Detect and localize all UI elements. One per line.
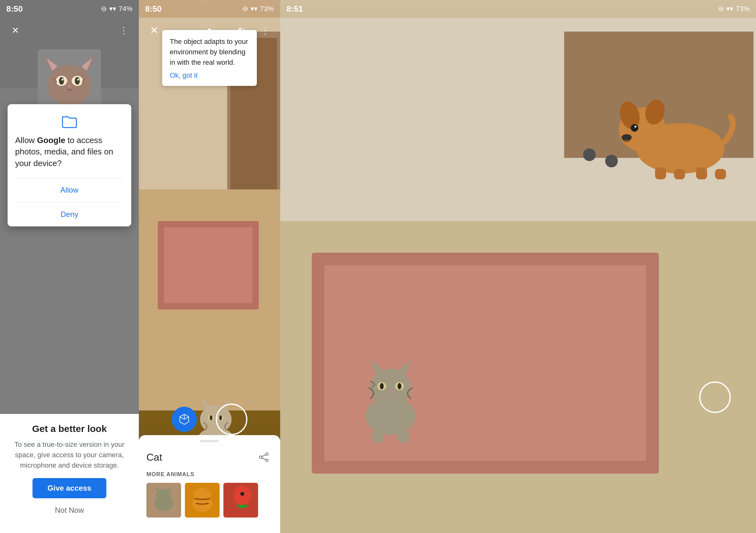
share-icon[interactable]	[255, 448, 273, 466]
tooltip-text: The object adapts to your environment by…	[170, 36, 249, 68]
dialog-text-part1: Allow	[15, 135, 37, 145]
status-bar-1: 8:50 ⊖ ▾▾ 74%	[0, 0, 139, 18]
battery-3: 73%	[736, 5, 750, 13]
svg-rect-63	[655, 167, 666, 179]
cat-image	[38, 49, 101, 112]
svg-rect-66	[715, 169, 726, 179]
svg-rect-77	[397, 430, 410, 443]
room-dog	[617, 79, 737, 180]
more-icon-2[interactable]: ⋮	[256, 21, 274, 39]
svg-line-36	[262, 455, 266, 457]
status-bar-3: 8:51 ⊖ ▾▾ 73%	[280, 0, 756, 18]
status-icons-1: ⊖ ▾▾ 74%	[101, 5, 132, 13]
dialog-icon-area	[15, 114, 124, 128]
cube-icon	[178, 413, 191, 426]
svg-rect-64	[674, 169, 685, 179]
panel-3: 8:51 ⊖ ▾▾ 73%	[280, 0, 756, 533]
bottom-sheet-2: Cat MORE ANIMALS	[139, 435, 280, 533]
not-now-button[interactable]: Not Now	[55, 503, 84, 517]
bottom-section: Get a better look To see a true-to-size …	[0, 414, 139, 533]
svg-point-74	[397, 383, 401, 389]
animals-row	[147, 483, 273, 518]
allow-button[interactable]: Allow	[15, 178, 124, 202]
svg-rect-76	[372, 430, 384, 443]
deny-button[interactable]: Deny	[15, 202, 124, 226]
give-access-button[interactable]: Give access	[33, 478, 107, 498]
more-animals-label: MORE ANIMALS	[147, 471, 273, 478]
room-cat-ar	[343, 350, 438, 445]
ar-controls	[139, 404, 280, 435]
close-icon[interactable]: ✕	[6, 21, 24, 39]
animal-thumb-cat[interactable]	[147, 483, 181, 518]
svg-rect-17	[164, 227, 253, 303]
dnd-icon-1: ⊖	[101, 5, 107, 13]
top-bar-1: ✕ ⋮	[0, 18, 139, 43]
svg-line-32	[180, 417, 184, 419]
panel-1: 8:50 ⊖ ▾▾ 74% ✕ ⋮	[0, 0, 139, 533]
wifi-icon-3: ▾▾	[726, 5, 733, 13]
ar-cat-3-svg	[343, 350, 438, 445]
sheet-handle	[200, 440, 219, 442]
shutter-button-2[interactable]	[216, 404, 247, 435]
wifi-icon-2: ▾▾	[251, 5, 257, 13]
status-icons-3: ⊖ ▾▾ 73%	[718, 5, 750, 13]
battery-1: 74%	[119, 5, 132, 13]
sheet-title: Cat	[147, 452, 162, 463]
status-bar-2: 8:50 ⊖ ▾▾ 73%	[139, 0, 280, 18]
shutter-button-3[interactable]	[699, 381, 731, 413]
svg-point-60	[631, 124, 638, 132]
dnd-icon-3: ⊖	[718, 5, 724, 13]
ok-got-it-link[interactable]: Ok, got it	[170, 71, 249, 80]
dialog-google-bold: Google	[37, 135, 65, 145]
sheet-title-row: Cat	[147, 448, 273, 466]
battery-2: 73%	[260, 5, 274, 13]
svg-point-73	[380, 383, 384, 389]
svg-point-35	[259, 456, 262, 459]
svg-point-54	[583, 149, 596, 161]
svg-point-45	[193, 488, 211, 503]
ar-tooltip: The object adapts to your environment by…	[162, 30, 257, 86]
svg-point-61	[634, 126, 636, 127]
svg-point-55	[605, 155, 618, 167]
animal-thumb-tiger[interactable]	[185, 483, 220, 518]
time-1: 8:50	[6, 4, 23, 14]
svg-point-34	[266, 459, 268, 462]
bottom-description: To see a true-to-size version in your sp…	[6, 439, 132, 470]
svg-point-7	[59, 77, 64, 85]
time-3: 8:51	[286, 4, 303, 14]
svg-point-9	[62, 79, 64, 80]
svg-point-33	[266, 453, 268, 455]
ar-cube-button[interactable]	[172, 407, 197, 432]
time-2: 8:50	[145, 4, 162, 14]
dog-svg	[617, 79, 737, 180]
dnd-icon-2: ⊖	[242, 5, 248, 13]
svg-point-48	[240, 492, 244, 496]
bottom-title: Get a better look	[32, 423, 107, 434]
svg-point-10	[77, 79, 79, 80]
svg-point-8	[75, 77, 80, 85]
close-ar-icon[interactable]: ✕	[145, 21, 163, 39]
share-svg	[259, 452, 269, 462]
status-icons-2: ⊖ ▾▾ 73%	[242, 5, 274, 13]
wifi-icon-1: ▾▾	[109, 5, 116, 13]
panel-2: 8:50 ⊖ ▾▾ 73% ✕ ◐ ⋮ The object adapts to…	[139, 0, 280, 533]
svg-line-37	[262, 458, 266, 460]
svg-point-68	[370, 369, 411, 407]
cat-thumb-svg	[147, 483, 181, 518]
cat-svg	[41, 52, 98, 109]
more-icon[interactable]: ⋮	[115, 21, 132, 39]
dialog-message: Allow Google to access photos, media, an…	[15, 134, 124, 169]
parrot-thumb-svg	[223, 483, 258, 518]
cat-face-area	[0, 49, 139, 112]
animal-thumb-parrot[interactable]	[223, 483, 258, 518]
svg-line-31	[184, 417, 189, 419]
folder-icon	[61, 114, 78, 128]
permission-dialog: Allow Google to access photos, media, an…	[8, 104, 131, 226]
tiger-thumb-svg	[185, 483, 220, 518]
svg-rect-65	[696, 167, 707, 179]
